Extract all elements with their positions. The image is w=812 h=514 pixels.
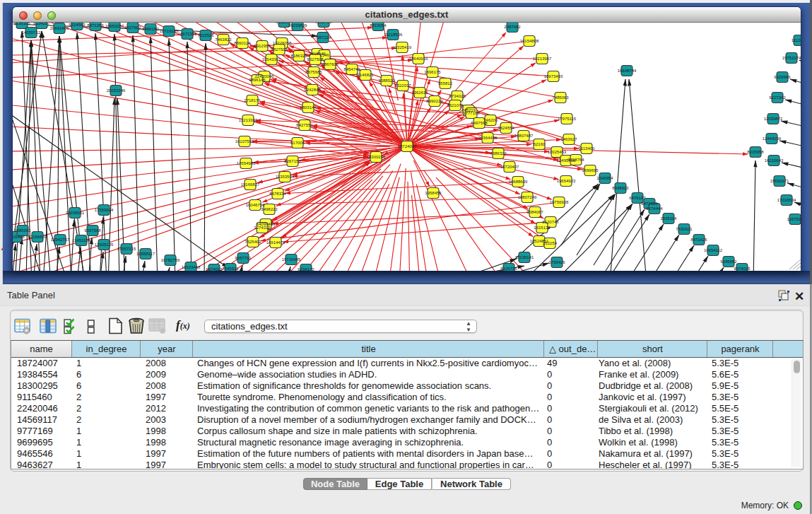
svg-text:8678334: 8678334 [269,192,286,196]
svg-text:11156829: 11156829 [28,235,47,239]
svg-text:18807249: 18807249 [518,195,537,199]
svg-text:1112845: 1112845 [792,38,801,42]
svg-text:9471626: 9471626 [641,201,658,206]
svg-text:20053346: 20053346 [107,88,126,93]
svg-text:1615132: 1615132 [534,226,551,230]
svg-text:8471253: 8471253 [87,23,104,28]
svg-text:8912954: 8912954 [254,44,271,48]
svg-text:11451194: 11451194 [72,238,90,243]
svg-text:10807487: 10807487 [514,134,534,138]
svg-text:16782759: 16782759 [161,258,180,262]
svg-text:2803144: 2803144 [300,105,317,110]
svg-text:16210643: 16210643 [765,158,784,163]
svg-text:12942757: 12942757 [51,238,70,242]
svg-text:19218506: 19218506 [384,33,403,37]
svg-text:3624554: 3624554 [498,126,514,130]
svg-text:10654112: 10654112 [704,248,723,252]
svg-text:9227342: 9227342 [769,95,786,100]
svg-text:1733426: 1733426 [548,260,565,264]
svg-text:9245652: 9245652 [720,259,737,264]
svg-text:17654985: 17654985 [237,161,256,165]
svg-text:6479197: 6479197 [629,196,646,200]
svg-text:12905135: 12905135 [95,243,114,247]
svg-text:8660124: 8660124 [234,41,251,45]
svg-text:1621072: 1621072 [447,103,464,107]
svg-text:9084067: 9084067 [526,210,543,214]
svg-text:252254: 252254 [543,241,558,245]
svg-text:18724007: 18724007 [398,144,417,148]
svg-text:1274312: 1274312 [254,226,271,230]
svg-text:13226058: 13226058 [273,41,292,45]
svg-text:9777169: 9777169 [463,111,480,115]
svg-text:9174444: 9174444 [646,206,663,211]
svg-text:7357224: 7357224 [314,35,331,40]
svg-text:9674015: 9674015 [734,267,751,271]
svg-text:7463822: 7463822 [215,37,232,42]
svg-text:16648784: 16648784 [618,69,637,73]
svg-text:9385061: 9385061 [14,228,31,233]
svg-text:19756928: 19756928 [550,200,569,204]
svg-text:18300295: 18300295 [367,155,386,159]
svg-text:17975115: 17975115 [558,117,577,121]
svg-text:8186328: 8186328 [290,54,307,58]
svg-text:8267150: 8267150 [284,159,301,163]
svg-text:955812: 955812 [438,81,453,86]
svg-text:17016504: 17016504 [777,198,796,202]
svg-text:9327508: 9327508 [307,57,324,62]
svg-text:8471626: 8471626 [690,238,707,242]
svg-text:16033809: 16033809 [288,23,307,28]
svg-text:16154808: 16154808 [520,39,539,43]
svg-text:8938923: 8938923 [612,186,629,190]
svg-text:10958117: 10958117 [136,252,155,256]
svg-text:9827503: 9827503 [271,47,288,52]
svg-text:8427552: 8427552 [296,123,313,127]
svg-text:12923468: 12923468 [182,265,201,269]
svg-text:1588520: 1588520 [378,78,395,83]
svg-text:8454749: 8454749 [343,67,360,71]
svg-text:12213369: 12213369 [239,118,258,122]
svg-text:2867608: 2867608 [322,62,339,66]
svg-text:9136105: 9136105 [13,23,30,25]
svg-text:3498222: 3498222 [261,207,278,211]
svg-text:9214563: 9214563 [69,23,86,27]
svg-text:9242848: 9242848 [304,88,321,92]
svg-text:20364436: 20364436 [478,136,498,140]
svg-text:11353594: 11353594 [276,175,295,179]
svg-text:8675685: 8675685 [305,70,322,74]
svg-text:15751074: 15751074 [782,56,801,60]
svg-text:11325419: 11325419 [393,45,412,49]
svg-text:7386322: 7386322 [490,151,507,156]
svg-text:15136141: 15136141 [515,255,534,259]
svg-text:1958455: 1958455 [425,191,442,195]
svg-text:19166827: 19166827 [241,182,260,187]
svg-text:8990210: 8990210 [426,99,443,103]
svg-text:17359924: 17359924 [95,208,114,212]
svg-text:10973493: 10973493 [544,74,563,78]
svg-text:20691406: 20691406 [50,26,69,30]
svg-text:6466160: 6466160 [142,27,159,31]
svg-text:16107553: 16107553 [235,139,254,144]
svg-text:6497568: 6497568 [471,121,488,125]
svg-text:7345921: 7345921 [222,267,239,271]
svg-text:62160: 62160 [534,142,546,146]
svg-text:9699695: 9699695 [582,168,599,173]
svg-text:18640910: 18640910 [409,57,428,61]
svg-text:1362615: 1362615 [411,90,428,95]
svg-text:6734028: 6734028 [449,94,466,98]
svg-text:10543362: 10543362 [262,57,281,62]
svg-text:12213967: 12213967 [533,57,552,61]
svg-text:16914479: 16914479 [266,240,286,245]
svg-text:10688609: 10688609 [509,180,528,184]
svg-text:1640954: 1640954 [596,176,613,180]
svg-text:15720407: 15720407 [500,165,519,169]
svg-text:6120746: 6120746 [542,220,559,224]
svg-text:1527602: 1527602 [124,25,141,30]
svg-text:12444156: 12444156 [763,136,782,141]
svg-text:8126736: 8126736 [500,267,517,271]
svg-text:2935114: 2935114 [661,216,678,221]
svg-text:10025453: 10025453 [548,150,567,154]
svg-text:9146821: 9146821 [357,73,374,77]
svg-text:2718176: 2718176 [244,98,261,103]
svg-text:8215958: 8215958 [747,150,764,154]
svg-text:14055712: 14055712 [22,30,41,35]
